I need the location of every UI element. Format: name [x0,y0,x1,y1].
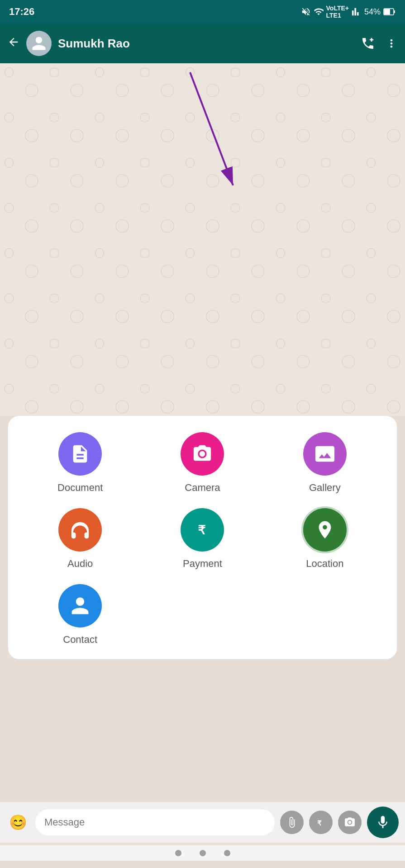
header-actions [361,36,398,51]
contact-icon-circle [58,584,102,627]
mute-icon [301,7,311,17]
payment-quick-button[interactable]: ₹ [309,811,333,834]
status-bar: 17:26 VoLTE+LTE1 54% [0,0,405,24]
nav-dot-3 [224,850,230,856]
battery-text: 54% [364,7,381,17]
attach-item-location[interactable]: Location [264,508,386,570]
emoji-icon: 😊 [9,814,27,831]
attach-item-document[interactable]: Document [19,432,141,494]
emoji-button[interactable]: 😊 [6,811,30,834]
signal-icon [352,7,362,17]
mic-button[interactable] [367,807,399,838]
clip-button[interactable] [280,811,304,834]
attach-item-gallery[interactable]: Gallery [264,432,386,494]
attach-item-camera[interactable]: Camera [141,432,263,494]
wifi-icon [314,7,324,17]
nav-dot-2 [200,850,206,856]
svg-text:₹: ₹ [198,524,206,537]
contact-label: Contact [63,634,97,646]
attach-item-audio[interactable]: Audio [19,508,141,570]
attachment-panel: Document Camera Gallery Audio [8,416,397,659]
message-input[interactable] [35,809,275,835]
attach-item-payment[interactable]: ₹ Payment [141,508,263,570]
svg-rect-2 [384,9,390,14]
payment-label: Payment [183,558,222,570]
location-icon-circle [303,508,347,552]
document-icon-circle [58,432,102,476]
gallery-icon-circle [303,432,347,476]
gallery-label: Gallery [309,482,341,494]
camera-icon-circle [181,432,224,476]
audio-label: Audio [67,558,93,570]
add-call-icon[interactable] [361,36,375,51]
attach-item-contact[interactable]: Contact [19,584,141,646]
avatar[interactable] [26,31,52,56]
chat-background-pattern [0,63,405,416]
attachment-grid: Document Camera Gallery Audio [19,432,386,646]
camera-quick-button[interactable] [338,811,362,834]
payment-icon-circle: ₹ [181,508,224,552]
nav-dots [0,845,405,861]
location-label: Location [306,558,343,570]
battery-icon [383,8,396,16]
status-icons: VoLTE+LTE1 54% [301,5,396,19]
audio-icon-circle [58,508,102,552]
status-time: 17:26 [9,6,34,18]
camera-label: Camera [185,482,220,494]
back-button[interactable] [7,36,20,52]
svg-rect-1 [394,10,395,13]
message-input-bar: 😊 ₹ [0,802,405,843]
nav-dot-1 [175,850,181,856]
svg-text:₹: ₹ [317,819,322,827]
document-label: Document [57,482,103,494]
chat-header: Sumukh Rao [0,24,405,63]
lte-icon: VoLTE+LTE1 [326,5,349,19]
chat-area [0,63,405,416]
contact-name[interactable]: Sumukh Rao [58,37,354,51]
more-options-icon[interactable] [385,37,398,50]
